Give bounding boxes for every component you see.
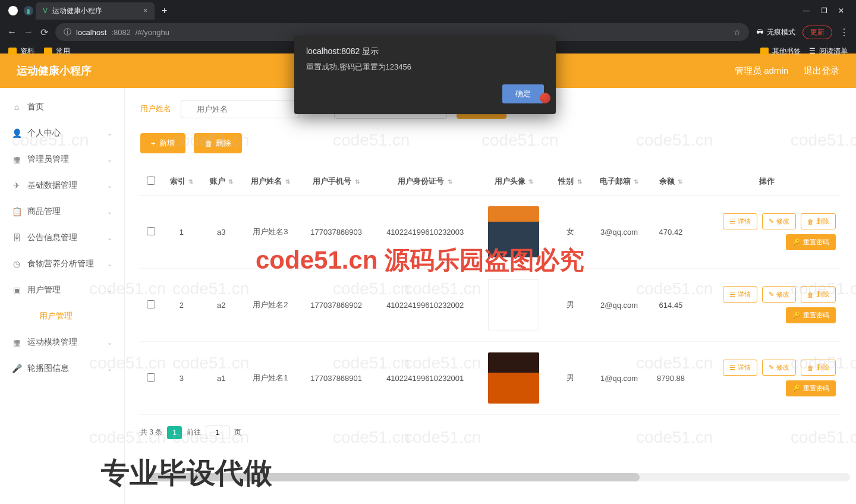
sidebar-item-label: 用户管理 [27,285,61,295]
logout-link[interactable]: 退出登录 [804,65,839,77]
cell-gender: 男 [550,269,590,342]
reset-password-button[interactable]: 🔑 重置密码 [786,234,836,250]
key-icon: 🔑 [792,238,801,246]
app-icon: ▮ [24,6,33,15]
table-header[interactable]: 用户身份证号 ⇅ [373,168,477,196]
select-all-checkbox[interactable] [147,177,155,185]
chevron-down-icon: ⌄ [107,182,112,190]
sidebar-item[interactable]: 🗄公告信息管理⌄ [0,225,124,251]
globe-icon [8,6,18,15]
cell-name: 用户姓名3 [241,196,300,269]
table-header[interactable]: 性别 ⇅ [550,168,590,196]
detail-button[interactable]: ☰ 详情 [723,286,757,303]
cell-email: 3@qq.com [590,196,649,269]
row-delete-button[interactable]: 🗑 删除 [801,286,836,303]
sidebar-item[interactable]: ▣用户管理⌄ [0,277,124,303]
list-icon: ☰ [809,47,816,55]
row-checkbox[interactable] [147,373,155,382]
back-icon[interactable]: ← [7,27,17,37]
delete-button[interactable]: 🗑 删除 [194,133,242,153]
cursor-icon [540,93,550,103]
browser-tab[interactable]: V 运动健康小程序 × [36,2,155,20]
cell-phone: 177037868902 [300,269,373,342]
edit-button[interactable]: ✎ 修改 [762,360,796,376]
filter-label-name: 用户姓名 [140,103,171,114]
chevron-down-icon: ⌄ [107,234,112,242]
star-icon[interactable]: ☆ [734,28,741,37]
new-tab-button[interactable]: + [157,3,172,18]
cell-name: 用户姓名2 [241,269,300,342]
row-delete-button[interactable]: 🗑 删除 [801,213,836,229]
sort-icon: ⇅ [577,178,582,185]
edit-button[interactable]: ✎ 修改 [762,213,796,229]
table-header[interactable]: 用户姓名 ⇅ [241,168,300,196]
pager-unit: 页 [234,427,241,437]
menu-icon: ✈ [12,181,21,190]
admin-label[interactable]: 管理员 admin [735,65,788,77]
table-header[interactable]: 索引 ⇅ [162,168,202,196]
trash-icon: 🗑 [807,218,814,225]
table-header[interactable] [140,168,162,196]
sidebar-item[interactable]: ▦管理员管理⌄ [0,146,124,172]
cell-account: a2 [202,269,241,342]
menu-icon[interactable]: ⋮ [839,27,849,38]
bookmark-item[interactable]: 其他书签 [760,46,801,56]
update-button[interactable]: 更新 [802,26,832,39]
name-input[interactable] [181,100,300,118]
sidebar-item-label: 食物营养分析管理 [27,259,94,269]
table-header[interactable]: 用户手机号 ⇅ [300,168,373,196]
table-header[interactable]: 用户头像 ⇅ [477,168,550,196]
dialog-ok-button[interactable]: 确定 [502,84,544,103]
minimize-icon[interactable]: — [803,7,810,15]
sidebar-item[interactable]: ⌂首页 [0,94,124,120]
edit-icon: ✎ [769,364,774,371]
table-header[interactable]: 电子邮箱 ⇅ [590,168,649,196]
sidebar-item[interactable]: ▦运动模块管理⌄ [0,329,124,355]
row-checkbox[interactable] [147,300,155,308]
edit-icon: ✎ [769,218,774,225]
menu-icon: ▣ [12,285,21,295]
detail-button[interactable]: ☰ 详情 [723,360,757,376]
menu-icon: 📋 [12,207,21,216]
row-checkbox[interactable] [147,227,155,235]
pager-input[interactable] [206,426,229,439]
edit-button[interactable]: ✎ 修改 [762,286,796,303]
add-button[interactable]: + 新增 [140,133,185,153]
dialog-message: 重置成功,密码已重置为123456 [306,62,544,73]
reload-icon[interactable]: ⟳ [40,27,48,38]
sort-icon: ⇅ [355,178,360,185]
reset-password-button[interactable]: 🔑 重置密码 [786,380,836,396]
alert-dialog: localhost:8082 显示 重置成功,密码已重置为123456 确定 [294,36,556,114]
sidebar-item[interactable]: 🎤轮播图信息⌄ [0,355,124,382]
table-header[interactable]: 操作 [693,168,841,196]
row-delete-button[interactable]: 🗑 删除 [801,360,836,376]
pager-page[interactable]: 1 [167,426,182,439]
close-icon[interactable]: × [143,7,147,15]
sidebar-item[interactable]: 👤个人中心⌄ [0,120,124,146]
table-header[interactable]: 账户 ⇅ [202,168,241,196]
chevron-down-icon: ⌄ [107,156,112,163]
close-window-icon[interactable]: ✕ [838,7,844,15]
sidebar-item[interactable]: 用户管理 [0,303,124,329]
bookmark-item[interactable]: 资料 [8,46,34,56]
sidebar-item[interactable]: ✈基础数据管理⌄ [0,172,124,199]
key-icon: 🔑 [792,385,801,392]
chevron-down-icon: ⌄ [107,260,112,268]
sidebar-item[interactable]: ◷食物营养分析管理⌄ [0,251,124,277]
sidebar-item[interactable]: 📋商品管理⌄ [0,199,124,225]
forward-icon[interactable]: → [24,27,33,37]
reading-list[interactable]: ☰ 阅读清单 [809,46,848,56]
tab-title: 运动健康小程序 [52,6,102,16]
folder-icon [760,48,769,55]
sidebar-item-label: 首页 [27,102,44,112]
table-header[interactable]: 余额 ⇅ [649,168,694,196]
pager-goto-label: 前往 [187,427,201,437]
cell-idcard: 410224199610232003 [373,196,477,269]
menu-icon: ▦ [12,155,21,164]
detail-button[interactable]: ☰ 详情 [723,213,757,229]
bookmark-item[interactable]: 常用 [44,46,70,56]
sidebar-item-label: 商品管理 [27,206,61,217]
sort-icon: ⇅ [678,178,682,185]
reset-password-button[interactable]: 🔑 重置密码 [786,307,836,323]
maximize-icon[interactable]: ❐ [821,7,827,15]
